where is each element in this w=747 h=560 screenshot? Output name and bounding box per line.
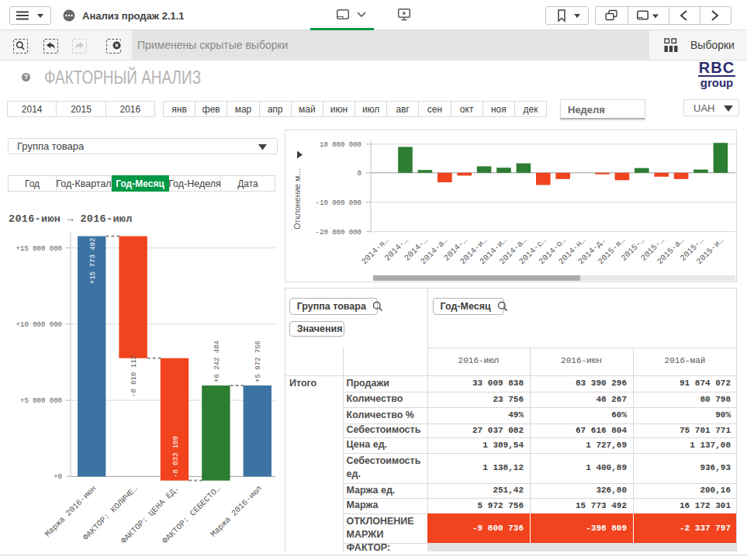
svg-text:-8 010 112: -8 010 112 [130,355,138,397]
svg-text:+0: +0 [54,473,62,481]
svg-text:-8 033 109: -8 033 109 [172,436,180,478]
svg-text:0: 0 [358,170,361,178]
svg-text:+6 242 484: +6 242 484 [213,340,221,382]
svg-text:+15 000 000: +15 000 000 [16,245,62,253]
svg-text:Отклонение м…: Отклонение м… [292,168,302,230]
svg-text:-20 000 000: -20 000 000 [316,229,361,237]
svg-text:+5 000 000: +5 000 000 [20,397,62,405]
svg-text:+15 773 492: +15 773 492 [89,238,97,284]
svg-text:2014-я…: 2014-я… [360,236,391,267]
svg-text:10 000 000: 10 000 000 [320,141,361,149]
svg-text:-10 000 000: -10 000 000 [316,199,361,207]
svg-text:+10 000 000: +10 000 000 [16,321,62,329]
svg-text:+5 972 756: +5 972 756 [254,340,262,382]
